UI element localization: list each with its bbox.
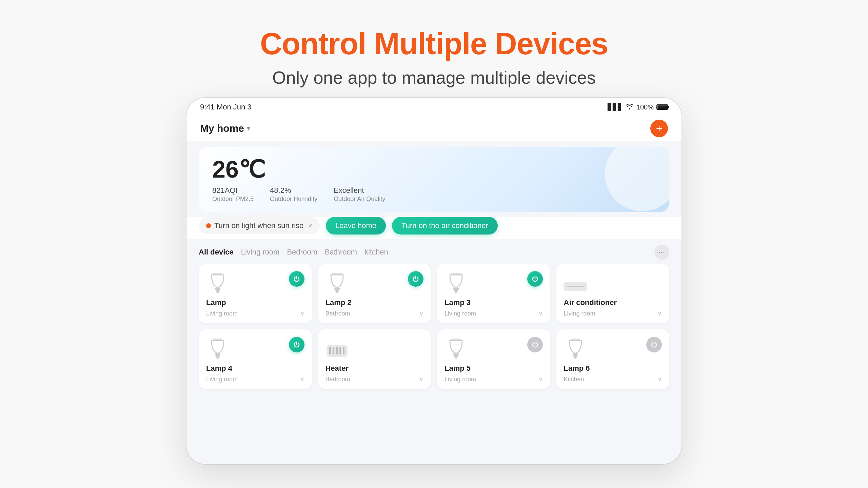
tab-bedroom[interactable]: Bedroom (287, 245, 324, 259)
device-room-ac: Living room (564, 310, 595, 317)
battery-icon (656, 104, 668, 110)
home-selector[interactable]: My home ▾ (200, 123, 250, 134)
power-button-lamp6[interactable] (646, 337, 662, 352)
more-tabs-button[interactable]: ··· (654, 245, 669, 260)
svg-rect-1 (215, 288, 220, 290)
svg-rect-3 (216, 291, 219, 293)
device-card-lamp3[interactable]: Lamp 3 Living room ∨ (437, 264, 550, 323)
ac-icon (564, 271, 587, 296)
add-device-button[interactable]: + (650, 120, 668, 137)
tab-kitchen[interactable]: kitchen (364, 245, 396, 259)
expand-icon-lamp2[interactable]: ∨ (419, 310, 423, 317)
app-content: My home ▾ + 26℃ 821AQI Outdoor PM2.5 48.… (186, 114, 682, 464)
device-name-lamp3: Lamp 3 (445, 298, 543, 307)
power-button-lamp4[interactable] (289, 337, 304, 352)
power-button-lamp1[interactable] (289, 271, 304, 287)
aqi-label: Outdoor PM2.5 (212, 196, 254, 203)
svg-rect-15 (216, 357, 219, 359)
expand-icon-lamp4[interactable]: ∨ (300, 375, 304, 383)
status-icons: ▋▋▋ 100% (608, 103, 668, 111)
automation-dot-icon (206, 223, 211, 228)
svg-rect-17 (453, 353, 459, 355)
svg-rect-5 (334, 288, 340, 290)
device-room-lamp6: Kitchen (564, 376, 584, 383)
power-button-lamp2[interactable] (408, 271, 423, 287)
device-card-lamp1[interactable]: Lamp Living room ∨ (199, 264, 312, 323)
signal-icon: ▋▋▋ (608, 103, 623, 111)
device-card-lamp5[interactable]: Lamp 5 Living room ∨ (437, 329, 550, 389)
svg-rect-14 (216, 355, 220, 357)
tab-bathroom[interactable]: Bathroom (325, 245, 364, 259)
svg-rect-19 (455, 357, 457, 359)
status-bar: 9:41 Mon Jun 3 ▋▋▋ 100% (186, 98, 682, 114)
page-title: Control Multiple Devices (260, 27, 608, 61)
lamp5-icon (445, 337, 468, 361)
svg-rect-11 (455, 291, 457, 293)
wifi-icon (626, 103, 634, 111)
device-frame: 9:41 Mon Jun 3 ▋▋▋ 100% My home ▾ (186, 98, 682, 464)
status-time: 9:41 Mon Jun 3 (200, 103, 252, 111)
device-name-lamp6: Lamp 6 (564, 364, 662, 373)
device-name-lamp4: Lamp 4 (206, 364, 304, 373)
page-subtitle: Only one app to manage multiple devices (260, 67, 608, 88)
expand-icon-lamp3[interactable]: ∨ (538, 310, 543, 317)
power-button-lamp5[interactable] (527, 337, 543, 352)
chevron-down-icon: ▾ (247, 125, 250, 132)
temperature-display: 26℃ (212, 158, 656, 181)
device-room-lamp5: Living room (445, 376, 476, 383)
svg-rect-9 (453, 288, 459, 290)
app-header: My home ▾ + (186, 114, 682, 141)
lamp4-icon (206, 337, 229, 361)
device-grid: Lamp Living room ∨ (186, 264, 682, 395)
expand-icon-lamp5[interactable]: ∨ (538, 375, 543, 383)
close-icon[interactable]: × (308, 222, 312, 230)
device-room-lamp2: Bedroom (326, 310, 350, 317)
device-card-lamp6[interactable]: Lamp 6 Kitchen ∨ (556, 329, 670, 389)
automation-row: Turn on light when sun rise × Leave home… (186, 217, 682, 239)
svg-rect-21 (573, 353, 578, 355)
weather-stats: 821AQI Outdoor PM2.5 48.2% Outdoor Humid… (212, 186, 656, 203)
device-name-ac: Air conditioner (564, 298, 662, 307)
lamp3-icon (445, 271, 468, 296)
expand-icon-lamp1[interactable]: ∨ (300, 310, 304, 317)
device-name-lamp1: Lamp (206, 298, 304, 307)
home-name: My home (200, 123, 244, 134)
svg-rect-13 (215, 353, 220, 355)
svg-rect-10 (454, 290, 458, 291)
lamp-icon (206, 271, 229, 296)
automation-sunrise-label: Turn on light when sun rise (214, 221, 303, 230)
air-quality-stat: Excellent Outdoor Air Quality (334, 186, 385, 203)
device-card-ac[interactable]: Air conditioner Living room ∨ (556, 264, 670, 323)
device-name-lamp5: Lamp 5 (445, 364, 543, 373)
automation-leave-label: Leave home (335, 221, 376, 230)
power-button-lamp3[interactable] (527, 271, 543, 287)
aqi-value: 821AQI (212, 186, 254, 195)
heater-icon (326, 337, 349, 361)
svg-rect-7 (336, 291, 338, 293)
expand-icon-lamp6[interactable]: ∨ (657, 375, 662, 383)
device-card-lamp4[interactable]: Lamp 4 Living room ∨ (199, 329, 312, 389)
automation-sunrise[interactable]: Turn on light when sun rise × (199, 217, 320, 234)
svg-rect-2 (216, 290, 220, 291)
svg-rect-23 (574, 357, 577, 359)
device-room-lamp1: Living room (206, 310, 238, 317)
svg-rect-6 (335, 290, 339, 291)
humidity-value: 48.2% (270, 186, 317, 195)
tab-living-room[interactable]: Living room (241, 245, 287, 259)
quality-label: Outdoor Air Quality (334, 196, 385, 203)
automation-ac-label: Turn on the air conditioner (401, 221, 488, 230)
aqi-stat: 821AQI Outdoor PM2.5 (212, 186, 254, 203)
device-card-heater[interactable]: Heater Bedroom ∨ (318, 329, 431, 389)
automation-ac[interactable]: Turn on the air conditioner (392, 217, 498, 235)
device-room-heater: Bedroom (326, 376, 350, 383)
svg-rect-18 (454, 355, 458, 357)
device-name-heater: Heater (326, 364, 424, 373)
expand-icon-ac[interactable]: ∨ (657, 310, 662, 317)
device-name-lamp2: Lamp 2 (326, 298, 424, 307)
expand-icon-heater[interactable]: ∨ (419, 375, 423, 383)
quality-value: Excellent (334, 186, 385, 195)
tab-all-device[interactable]: All device (199, 245, 241, 259)
svg-rect-22 (573, 355, 577, 357)
device-card-lamp2[interactable]: Lamp 2 Bedroom ∨ (318, 264, 431, 323)
automation-leave-home[interactable]: Leave home (326, 217, 386, 235)
